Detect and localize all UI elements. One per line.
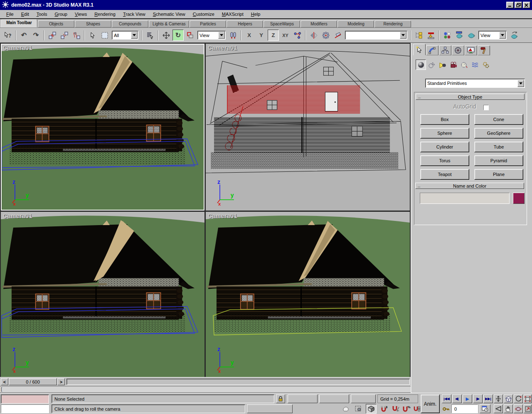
menu-file[interactable]: File: [2, 11, 17, 17]
select-object-button[interactable]: [87, 30, 98, 41]
box-button[interactable]: Box: [420, 114, 469, 125]
display-tab[interactable]: [465, 45, 477, 55]
track-view-button[interactable]: [413, 30, 424, 41]
viewport-label[interactable]: Camera01: [208, 45, 237, 51]
combo-dropdown-button[interactable]: [131, 32, 138, 39]
undo-button[interactable]: ↶: [18, 30, 30, 41]
render-type-combo[interactable]: View: [478, 31, 507, 40]
menu-schematic-view[interactable]: Schematic View: [149, 11, 189, 17]
viewport-camera01-active[interactable]: Camera01: [1, 44, 204, 211]
dolly-camera-button[interactable]: [494, 394, 503, 403]
tab-main-toolbar[interactable]: Main Toolbar: [1, 19, 37, 27]
restrict-x-button[interactable]: X: [244, 30, 255, 41]
next-frame-button[interactable]: |▶: [473, 394, 483, 403]
utilities-tab[interactable]: [478, 45, 490, 55]
combo-dropdown-button[interactable]: [218, 32, 225, 39]
plane-button[interactable]: Plane: [474, 169, 523, 180]
go-to-end-button[interactable]: ▶▶|: [483, 394, 493, 403]
torus-button[interactable]: Torus: [420, 155, 469, 166]
viewport-camera01-wireframe[interactable]: Camera01: [206, 44, 410, 211]
min-max-toggle-button[interactable]: [524, 404, 532, 413]
render-last-button[interactable]: [508, 30, 520, 41]
viewport-camera01-shaded[interactable]: Camera01: [1, 212, 204, 378]
window-region-button[interactable]: [353, 404, 363, 413]
systems-category-button[interactable]: [480, 59, 491, 70]
zoom-extents-button[interactable]: [504, 394, 513, 403]
redo-button[interactable]: ↷: [30, 30, 42, 41]
tab-objects[interactable]: Objects: [38, 20, 74, 27]
play-animation-button[interactable]: ▶: [463, 394, 472, 403]
object-color-swatch[interactable]: [513, 193, 525, 204]
rollout-collapse-icon[interactable]: _: [418, 182, 420, 187]
menu-customize[interactable]: Customize: [189, 11, 218, 17]
pyramid-button[interactable]: Pyramid: [474, 155, 523, 166]
menu-rendering[interactable]: Rendering: [91, 11, 119, 17]
tab-shapes[interactable]: Shapes: [75, 20, 111, 27]
rectangular-selection-region-button[interactable]: [99, 30, 110, 41]
animate-mode-button[interactable]: Anim.: [421, 394, 440, 413]
tab-modeling[interactable]: Modeling: [337, 20, 374, 27]
crossing-window-toggle-button[interactable]: [366, 404, 377, 414]
maxscript-listener-white[interactable]: [1, 404, 49, 413]
array-button[interactable]: [320, 30, 331, 41]
menu-help[interactable]: Help: [247, 11, 264, 17]
material-editor-button[interactable]: [441, 30, 453, 41]
close-button[interactable]: [523, 2, 530, 8]
3d-snap-toggle-button[interactable]: 3: [379, 404, 389, 413]
teapot-button[interactable]: Teapot: [420, 169, 469, 180]
schematic-view-button[interactable]: [425, 30, 436, 41]
current-frame-field[interactable]: [451, 404, 478, 413]
lights-category-button[interactable]: [437, 59, 448, 70]
tab-modifiers[interactable]: Modifiers: [300, 20, 337, 27]
time-slider-track[interactable]: [66, 379, 410, 385]
viewport-label[interactable]: Camera01: [208, 213, 237, 219]
menu-views[interactable]: Views: [71, 11, 91, 17]
degradation-override-button[interactable]: [341, 404, 351, 413]
viewport-label[interactable]: Camera01: [3, 45, 32, 51]
combo-dropdown-button[interactable]: [400, 32, 406, 39]
truck-camera-button[interactable]: [504, 404, 513, 413]
viewport-camera01-shaded2[interactable]: Camera01: [206, 212, 410, 378]
combo-dropdown-button[interactable]: [499, 32, 506, 39]
ik-toggle-button[interactable]: [292, 30, 303, 41]
tab-particles[interactable]: Particles: [190, 20, 226, 27]
use-pivot-center-button[interactable]: [227, 30, 239, 41]
tab-spacewarps[interactable]: SpaceWarps: [264, 20, 300, 27]
selection-filter-combo[interactable]: All: [112, 31, 138, 40]
align-button[interactable]: [332, 30, 343, 41]
restrict-z-button[interactable]: Z: [268, 30, 279, 41]
spinner-snap-toggle-button[interactable]: [412, 404, 421, 413]
roll-camera-button[interactable]: [514, 394, 523, 403]
menu-edit[interactable]: Edit: [17, 11, 33, 17]
select-and-rotate-button[interactable]: ↻: [172, 30, 184, 41]
minimize-button[interactable]: [506, 2, 514, 8]
bind-to-spacewarp-button[interactable]: [71, 30, 82, 41]
cylinder-button[interactable]: Cylinder: [420, 141, 469, 152]
combo-dropdown-button[interactable]: [517, 80, 524, 87]
field-of-view-button[interactable]: [494, 404, 503, 413]
quick-render-button[interactable]: [466, 30, 477, 41]
primitives-category-combo[interactable]: Standard Primitives: [425, 79, 525, 88]
create-tab[interactable]: [413, 44, 426, 55]
object-type-rollout-header[interactable]: _ Object Type: [416, 94, 525, 100]
select-and-move-button[interactable]: [160, 30, 172, 41]
viewport-label[interactable]: Camera01: [3, 213, 32, 219]
geometry-category-button[interactable]: [416, 59, 426, 70]
modify-tab[interactable]: [426, 45, 438, 55]
named-selection-sets-combo[interactable]: [345, 31, 407, 40]
menu-maxscript[interactable]: MAXScript: [218, 11, 247, 17]
name-color-rollout-header[interactable]: _ Name and Color: [415, 183, 524, 189]
go-to-start-button[interactable]: |◀◀: [442, 394, 451, 403]
restrict-xy-plane-button[interactable]: XY: [280, 30, 291, 41]
helpers-category-button[interactable]: [459, 59, 469, 70]
select-and-scale-button[interactable]: [185, 30, 196, 41]
angle-snap-toggle-button[interactable]: [391, 404, 401, 413]
autogrid-checkbox[interactable]: [483, 105, 489, 110]
geosphere-button[interactable]: GeoSphere: [474, 128, 523, 139]
zoom-extents-all-button[interactable]: [524, 394, 532, 403]
tab-lights-cameras[interactable]: Lights & Cameras: [149, 20, 189, 27]
help-mode-button[interactable]: ?: [2, 30, 13, 41]
cameras-category-button[interactable]: [448, 59, 458, 70]
rollout-collapse-icon[interactable]: _: [418, 93, 421, 98]
render-scene-button[interactable]: [453, 30, 465, 41]
